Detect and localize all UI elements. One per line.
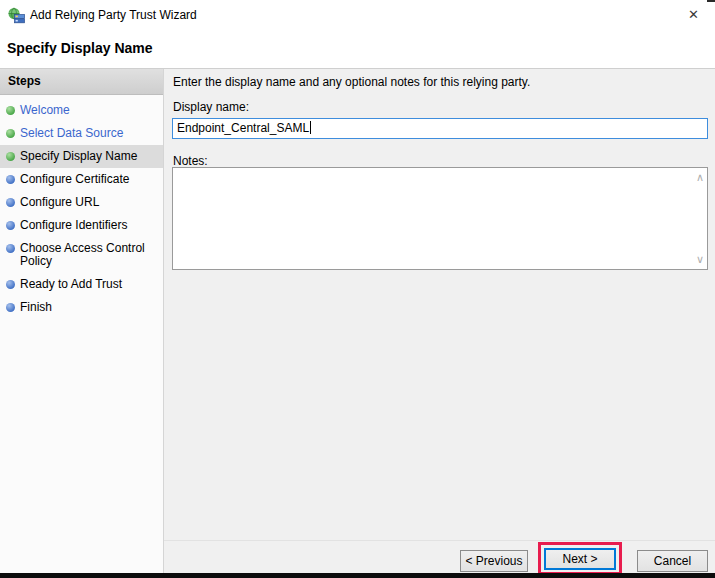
wizard-window: Add Relying Party Trust Wizard ✕ Specify… [0,0,715,578]
chevron-up-icon[interactable]: ∧ [696,172,704,183]
step-label: Configure URL [20,195,99,209]
step-status-dot [6,244,15,253]
steps-sidebar: Steps WelcomeSelect Data SourceSpecify D… [0,69,164,574]
sidebar-step-configure-identifiers: Configure Identifiers [0,214,163,237]
chevron-down-icon[interactable]: ∨ [696,254,704,265]
sidebar-step-finish: Finish [0,296,163,319]
buttonbar-divider [164,540,715,541]
next-button[interactable]: Next > [544,548,616,570]
previous-button[interactable]: < Previous [460,550,528,572]
notes-label: Notes: [173,154,208,168]
step-status-dot [6,175,15,184]
screen-crop-artifact [707,0,715,2]
step-label: Finish [20,300,52,314]
cancel-button[interactable]: Cancel [637,550,708,572]
sidebar-step-select-data-source[interactable]: Select Data Source [0,122,163,145]
intro-text: Enter the display name and any optional … [173,75,530,89]
notes-textarea[interactable]: ∧ ∨ [172,167,708,270]
titlebar: Add Relying Party Trust Wizard ✕ [0,0,715,30]
step-status-dot [6,280,15,289]
page-title: Specify Display Name [7,40,153,56]
step-label: Welcome [20,103,70,117]
step-label: Configure Certificate [20,172,129,186]
step-status-dot [6,221,15,230]
text-caret [310,121,311,134]
display-name-input[interactable]: Endpoint_Central_SAML [172,118,708,139]
sidebar-step-configure-url: Configure URL [0,191,163,214]
steps-header: Steps [0,69,163,95]
next-button-highlight-annotation: Next > [538,542,622,575]
sidebar-step-ready-to-add-trust: Ready to Add Trust [0,273,163,296]
sidebar-step-welcome[interactable]: Welcome [0,99,163,122]
step-label: Choose Access Control Policy [20,241,145,268]
step-label: Select Data Source [20,126,123,140]
wizard-content-pane: Enter the display name and any optional … [164,69,715,574]
step-label: Configure Identifiers [20,218,127,232]
close-icon[interactable]: ✕ [684,6,703,24]
bottom-edge-bar [0,573,715,578]
steps-list: WelcomeSelect Data SourceSpecify Display… [0,99,163,319]
display-name-value: Endpoint_Central_SAML [177,121,309,135]
step-label: Ready to Add Trust [20,277,122,291]
sidebar-step-choose-access-control-policy: Choose Access Control Policy [0,237,163,273]
step-status-dot [6,303,15,312]
window-title: Add Relying Party Trust Wizard [30,8,197,22]
step-status-dot [6,106,15,115]
step-status-dot [6,129,15,138]
step-status-dot [6,152,15,161]
step-label: Specify Display Name [20,149,137,163]
step-status-dot [6,198,15,207]
adfs-wizard-icon [8,7,25,24]
display-name-label: Display name: [173,100,249,114]
sidebar-step-specify-display-name: Specify Display Name [0,145,163,168]
sidebar-step-configure-certificate: Configure Certificate [0,168,163,191]
